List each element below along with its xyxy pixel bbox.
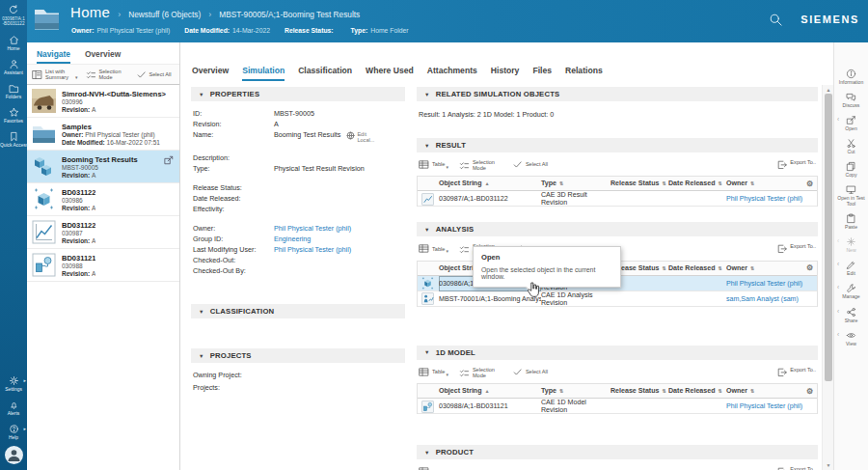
command-edit[interactable]: ‹ Edit bbox=[834, 260, 868, 277]
tab-overview-left[interactable]: Overview bbox=[85, 49, 121, 64]
1d-model-table-row[interactable]: 030988/A;1-BD031121 CAE 1D Model Revisio… bbox=[418, 399, 817, 414]
export-to-button[interactable]: Export To.. bbox=[776, 159, 816, 170]
column-header-release-status[interactable]: Release Status⇅ bbox=[610, 387, 668, 395]
table-view-button[interactable]: Table ▾ bbox=[419, 159, 448, 170]
tab-where-used[interactable]: Where Used bbox=[366, 66, 414, 81]
cell-owner-link[interactable]: sam,Sam Analyst (sam) bbox=[726, 295, 806, 303]
column-header-date-released[interactable]: Date Released⇅ bbox=[668, 180, 726, 187]
column-header-date-released[interactable]: Date Released⇅ bbox=[668, 387, 726, 395]
table-settings-gear-icon[interactable]: ⚙ bbox=[806, 387, 817, 396]
sidebar-item-alerts[interactable]: Alerts bbox=[0, 400, 27, 416]
result-table-row[interactable]: 030987/A;1-BD031122 CAE 3D Result Revisi… bbox=[418, 191, 817, 207]
classification-section-header[interactable]: ▼ CLASSIFICATION bbox=[191, 304, 405, 318]
select-all-button[interactable]: Select All bbox=[512, 159, 548, 170]
cell-owner-link[interactable]: Phil Physical Tester (phil) bbox=[726, 280, 806, 288]
table-settings-gear-icon[interactable]: ⚙ bbox=[806, 180, 817, 188]
tab-attachments[interactable]: Attachments bbox=[427, 66, 477, 81]
chevron-left-icon: ‹ bbox=[837, 262, 839, 267]
user-avatar[interactable] bbox=[5, 446, 23, 464]
list-item-simrod[interactable]: Simrod-NVH-<Dutta-Siemens> 030996 Revisi… bbox=[27, 85, 179, 118]
column-header-object-string[interactable]: Object String▲ bbox=[439, 387, 541, 395]
column-header-owner[interactable]: Owner⇅ bbox=[726, 264, 806, 272]
select-all-button[interactable]: Select All bbox=[136, 69, 172, 80]
selection-mode-button[interactable]: Selection Mode bbox=[86, 69, 128, 80]
export-to-button[interactable]: Export To.. bbox=[776, 243, 816, 254]
vertical-scrollbar[interactable]: ▲ ▼ bbox=[822, 85, 833, 470]
column-header-type[interactable]: Type⇅ bbox=[541, 180, 610, 187]
cell-owner-link[interactable]: Phil Physical Tester (phil) bbox=[726, 195, 806, 203]
product-section-header[interactable]: ▼ PRODUCT bbox=[417, 445, 818, 459]
list-item-bd031121-model[interactable]: BD031121 030988 Revision: A bbox=[27, 249, 179, 282]
column-header-object-string[interactable]: Object String▲ bbox=[439, 180, 541, 187]
search-icon[interactable] bbox=[769, 13, 783, 27]
open-icon[interactable] bbox=[164, 155, 174, 165]
column-header-owner[interactable]: Owner⇅ bbox=[726, 180, 806, 187]
sidebar-item-folders[interactable]: Folders bbox=[0, 83, 27, 99]
scroll-down-arrow[interactable]: ▼ bbox=[823, 462, 834, 468]
table-view-button[interactable]: Table ▾ bbox=[419, 367, 448, 377]
list-item-bd031122-result[interactable]: BD031122 030987 Revision: A bbox=[27, 216, 179, 249]
table-settings-gear-icon[interactable]: ⚙ bbox=[806, 263, 817, 272]
sidebar-item-favorites[interactable]: Favorites bbox=[0, 107, 27, 124]
sidebar-item-assistant[interactable]: Assistant bbox=[0, 59, 27, 75]
sidebar-item-help[interactable]: ▸ Help bbox=[0, 424, 27, 440]
1d-model-section-header[interactable]: ▼ 1D MODEL bbox=[417, 346, 818, 360]
command-manage[interactable]: ‹ Manage bbox=[834, 283, 868, 300]
command-copy[interactable]: Copy bbox=[834, 161, 868, 179]
projects-section-header[interactable]: ▼ PROJECTS bbox=[191, 348, 405, 363]
selection-mode-button[interactable]: Selection Mode bbox=[459, 159, 502, 171]
list-item-booming-test-results[interactable]: Booming Test Results MBST-90005 Revision… bbox=[27, 151, 179, 183]
export-to-button[interactable]: Export To.. bbox=[776, 367, 816, 377]
tab-files[interactable]: Files bbox=[532, 66, 552, 81]
selection-mode-button[interactable]: Selection Mode bbox=[459, 367, 502, 378]
table-view-button[interactable]: Table ▾ bbox=[419, 243, 448, 254]
command-paste[interactable]: Paste bbox=[834, 213, 868, 231]
command-open[interactable]: ‹ Open bbox=[834, 115, 868, 132]
item-title: BD031122 bbox=[62, 221, 95, 230]
select-all-button[interactable]: Select All bbox=[512, 367, 548, 377]
breadcrumb-folder[interactable]: Newstuff (6 Objects) bbox=[128, 10, 201, 19]
breadcrumb-home[interactable]: Home bbox=[70, 4, 110, 20]
prop-owner-link[interactable]: Phil Physical Tester (phil) bbox=[274, 225, 351, 234]
scroll-up-arrow[interactable]: ▲ bbox=[823, 87, 834, 93]
column-header-release-status[interactable]: Release Status⇅ bbox=[610, 180, 668, 187]
command-share[interactable]: ‹ Share bbox=[834, 307, 868, 324]
sidebar-item-home[interactable]: Home bbox=[0, 35, 27, 51]
list-with-summary-button[interactable]: List with Summary ▾ bbox=[32, 69, 78, 80]
command-cut[interactable]: Cut bbox=[834, 138, 868, 155]
tab-simulation[interactable]: Simulation bbox=[242, 66, 285, 81]
related-simulation-section-header[interactable]: ▼ RELATED SIMULATION OBJECTS bbox=[417, 87, 818, 101]
list-item-samples[interactable]: Samples Owner: Phil Physical Tester (phi… bbox=[27, 118, 179, 151]
table-view-button[interactable]: Table bbox=[419, 466, 445, 470]
command-information[interactable]: Information bbox=[834, 69, 868, 86]
scrollbar-thumb[interactable] bbox=[825, 94, 832, 381]
prop-last-modifying-user-link[interactable]: Phil Physical Tester (phil) bbox=[274, 246, 351, 255]
analysis-section-header[interactable]: ▼ ANALYSIS bbox=[417, 222, 818, 236]
tab-overview[interactable]: Overview bbox=[192, 66, 229, 81]
command-new[interactable]: ‹ New bbox=[834, 236, 868, 254]
properties-section-header[interactable]: ▼ PROPERTIES bbox=[191, 87, 405, 101]
column-header-date-released[interactable]: Date Released⇅ bbox=[668, 264, 726, 272]
breadcrumb: Home › Newstuff (6 Objects) › MBST-90005… bbox=[70, 4, 360, 20]
list-item-bd031122-analysis[interactable]: BD031122 030986 Revision: A bbox=[27, 183, 179, 216]
cell-owner-link[interactable]: Phil Physical Tester (phil) bbox=[726, 402, 806, 410]
breadcrumb-object[interactable]: MBST-90005/A;1-Booming Test Results bbox=[219, 10, 360, 19]
sidebar-item-settings[interactable]: ▸ Settings bbox=[0, 375, 27, 392]
export-to-button[interactable]: Export To.. bbox=[776, 466, 816, 470]
command-discuss[interactable]: Discuss bbox=[834, 92, 868, 109]
command-open-in-test-tool[interactable]: Open in Test Tool bbox=[834, 184, 868, 207]
command-view[interactable]: ‹ View bbox=[834, 330, 868, 347]
prop-group-link[interactable]: Engineering bbox=[274, 235, 311, 244]
tab-relations[interactable]: Relations bbox=[565, 66, 603, 81]
column-header-type[interactable]: Type⇅ bbox=[541, 387, 610, 395]
tab-navigate[interactable]: Navigate bbox=[37, 49, 70, 64]
edit-localized-name-button[interactable]: EditLocal... bbox=[346, 131, 374, 143]
result-section-header[interactable]: ▼ RESULT bbox=[417, 138, 818, 152]
analysis-table-row[interactable]: MBST-70001/A;1-Booming Analysis CAE 1D A… bbox=[418, 291, 817, 307]
recent-object-button[interactable]: 030987/A;1-BD031122 bbox=[0, 4, 27, 27]
export-icon bbox=[776, 159, 787, 170]
tab-history[interactable]: History bbox=[491, 66, 520, 81]
sidebar-item-quick-access[interactable]: Quick Access bbox=[0, 131, 27, 148]
column-header-owner[interactable]: Owner⇅ bbox=[726, 387, 806, 395]
tab-classification[interactable]: Classification bbox=[298, 66, 352, 81]
